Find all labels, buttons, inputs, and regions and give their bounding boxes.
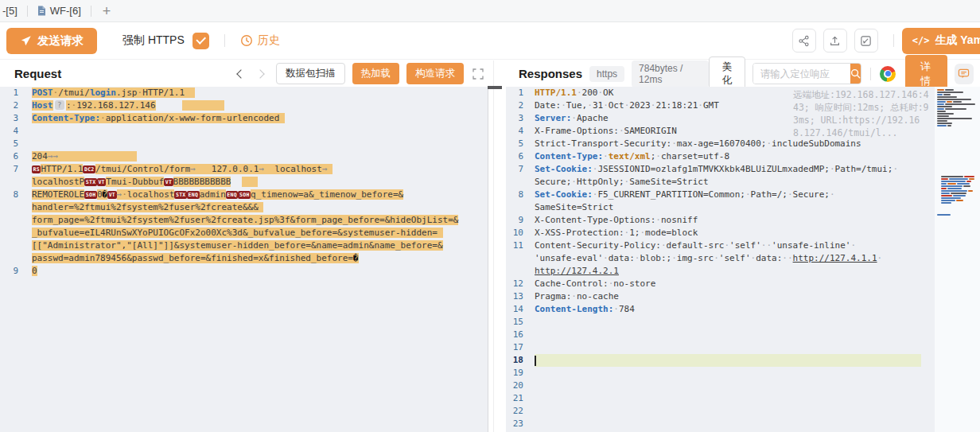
new-tab-button[interactable]: + — [103, 4, 111, 18]
build-request-button[interactable]: 构造请求 — [406, 63, 464, 84]
export-button[interactable] — [823, 29, 847, 53]
beautify-button[interactable]: 美化 — [709, 56, 745, 91]
document-icon — [37, 6, 46, 16]
control-char-badge: RS — [32, 165, 41, 173]
prev-chevron-icon[interactable] — [236, 69, 245, 78]
share-button[interactable] — [792, 29, 816, 53]
line-number: 5 — [506, 138, 535, 150]
code-token: 204 — [32, 151, 48, 162]
tab-1[interactable]: -[5] — [0, 0, 27, 21]
line-number: 22 — [506, 405, 535, 418]
comment-icon — [958, 68, 970, 80]
code-line: 90 — [0, 265, 488, 278]
divider-drag-handle[interactable] — [488, 86, 502, 89]
generate-yaml-button[interactable]: </> 生成 Yaml — [902, 28, 980, 54]
code-token: q_timenow=a&_timenow_before=& — [251, 189, 403, 200]
hot-reload-button[interactable]: 热加载 — [352, 63, 400, 84]
control-char-badge: VT — [97, 178, 106, 186]
code-token: Secure;·HttpOnly;·SameSite=Strict — [535, 177, 709, 187]
size-time-badge: 784bytes / 12ms — [632, 60, 708, 88]
code-token: Content-Security-Policy:·default-src·'se… — [535, 240, 856, 251]
code-token: Content-Type: — [535, 151, 603, 162]
code-token: SameSite=Strict — [535, 202, 613, 212]
line-number: 19 — [506, 367, 535, 379]
code-line: 7Set-Cookie:·JSESSIONID=ozlafg1mTMVKXkbk… — [506, 163, 980, 176]
http-testing-tool-window: -[5] WF-[6] + 发送请求 强制 HTTPS 历史 — [0, 0, 980, 432]
clock-icon — [240, 34, 253, 47]
chrome-icon[interactable] — [880, 66, 896, 82]
packet-scan-button[interactable]: 数据包扫描 — [276, 63, 345, 84]
control-char-badge: VT — [164, 178, 173, 186]
code-line: 4 — [0, 125, 488, 138]
line-number: 9 — [506, 214, 535, 227]
tab-2-active[interactable]: WF-[6] — [28, 0, 91, 21]
response-search-input[interactable] — [753, 64, 850, 84]
code-token: ·application/x-www-form-urlencoded — [100, 113, 279, 123]
code-token — [264, 164, 274, 174]
code-token: ? — [55, 100, 64, 110]
line-number: 4 — [0, 125, 32, 138]
next-chevron-icon[interactable] — [255, 69, 264, 78]
code-line: 8REMOTEROLESOH0�VT→·localhostSTXENQadmin… — [0, 189, 488, 201]
line-number: 8 — [506, 189, 535, 201]
minimap-section — [937, 214, 978, 216]
code-token: 127.0.0.1 — [212, 164, 259, 174]
edit-button[interactable] — [854, 29, 878, 53]
code-token: · — [877, 253, 883, 263]
code-line: [["Administrator","[All]"]]&systemuser-h… — [0, 239, 488, 252]
line-number: 15 — [506, 316, 535, 329]
response-link[interactable]: http://127.4.1.1 — [793, 253, 877, 263]
code-token — [328, 164, 333, 174]
request-title: Request — [14, 67, 61, 80]
code-line: 15 — [506, 316, 980, 329]
code-token — [196, 164, 212, 174]
code-token: REMOTEROLE — [32, 189, 84, 200]
line-number: 23 — [506, 418, 535, 430]
code-token: � — [353, 253, 359, 263]
current-line-highlight — [535, 354, 921, 367]
history-label: 历史 — [258, 33, 280, 48]
code-line: 17 — [506, 341, 980, 354]
force-https-checkbox[interactable] — [192, 33, 209, 49]
code-token: /tmui/Control/form — [95, 164, 190, 174]
code-token: POST — [32, 88, 53, 98]
feedback-button[interactable] — [955, 64, 974, 84]
line-number: 6 — [506, 150, 535, 163]
code-token: login — [90, 88, 116, 98]
code-token: text/xml — [609, 151, 651, 162]
response-panel: Responses https 784bytes / 12ms 美化 详情 — [506, 60, 980, 432]
code-token: → — [190, 164, 196, 174]
code-token — [279, 113, 285, 123]
code-line: 22 — [506, 405, 980, 418]
response-editor[interactable]: 远端地址:192.168.127.146:443; 响应时间:12ms; 总耗时… — [506, 87, 980, 432]
panel-divider[interactable] — [493, 60, 494, 432]
tab-separator — [91, 6, 91, 17]
export-icon — [829, 35, 841, 47]
response-title: Responses — [519, 67, 582, 80]
code-token: ·784 — [613, 304, 635, 314]
line-number — [506, 265, 535, 278]
history-button[interactable]: 历史 — [240, 33, 280, 48]
response-link[interactable]: http://127.4.2.1 — [535, 266, 619, 276]
code-line: Secure;·HttpOnly;·SameSite=Strict — [506, 176, 980, 189]
line-number: 9 — [0, 265, 32, 278]
code-line: 19 — [506, 367, 980, 379]
send-request-button[interactable]: 发送请求 — [6, 28, 97, 54]
code-token: 0 — [32, 266, 37, 276]
control-char-badge: STX — [174, 191, 187, 199]
request-editor[interactable]: 1POST·/tmui/login.jsp·HTTP/1.1 2Host?:·1… — [0, 87, 488, 432]
search-button[interactable] — [850, 64, 861, 84]
line-number: 21 — [506, 392, 535, 405]
code-token: →→ — [48, 151, 58, 162]
line-number — [506, 201, 535, 214]
editor-minimap[interactable] — [935, 87, 980, 432]
control-char-badge: DC2 — [83, 165, 95, 173]
code-token — [231, 177, 241, 187]
fullscreen-icon[interactable] — [472, 68, 484, 80]
code-token: .jsp·HTTP/1.1 — [116, 88, 185, 98]
code-token: form_page=%2ftmui%2fsystem%2fuser%2fcrea… — [32, 215, 458, 225]
code-token: Date:·Tue,·31·Oct·2023·21:18:21·GMT — [535, 100, 719, 111]
code-token — [58, 151, 137, 162]
code-token: HTTP/1.1 — [41, 164, 83, 174]
code-line: 2Host?:·192.168.127.146 — [0, 99, 488, 112]
